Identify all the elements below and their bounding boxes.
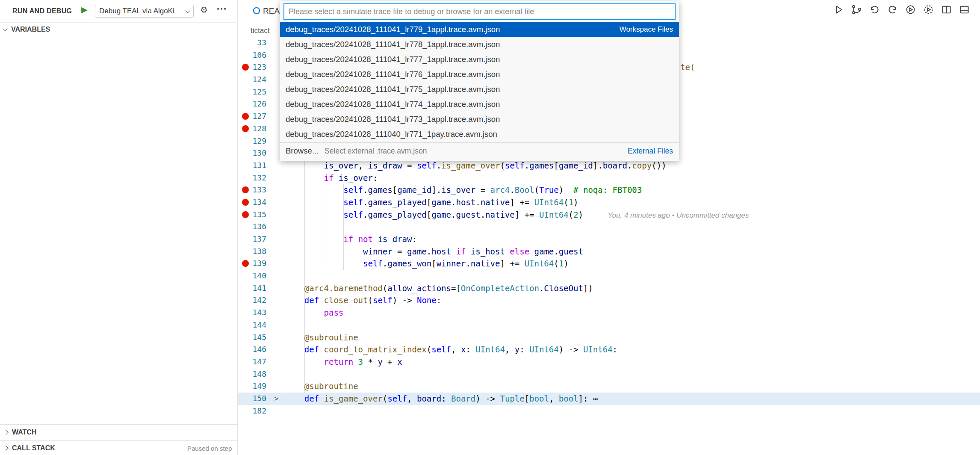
fold-chevron-icon[interactable]: >: [274, 393, 278, 405]
line-number[interactable]: 130: [244, 147, 266, 160]
code-row[interactable]: 140: [238, 270, 980, 282]
line-number[interactable]: 142: [244, 294, 266, 307]
undo-icon[interactable]: [869, 4, 880, 15]
code-row[interactable]: 138 winner = game.host if is_host else g…: [238, 245, 980, 258]
code-text: is_over, is_draw = self.is_game_over(sel…: [285, 160, 666, 172]
code-row[interactable]: 137 if not is_draw:: [238, 233, 980, 245]
code-row[interactable]: 149 @subroutine: [238, 380, 980, 393]
breadcrumb[interactable]: tictact: [251, 27, 269, 35]
quickpick-item-label: debug_traces/20241028_111041_lr773_1appl…: [286, 112, 673, 127]
variables-section-header[interactable]: VARIABLES: [3, 26, 50, 33]
line-number[interactable]: 136: [244, 221, 266, 233]
line-number[interactable]: 106: [244, 49, 266, 62]
debug-config-select[interactable]: Debug TEAL via AlgoKi: [95, 5, 194, 18]
code-row[interactable]: 145 @subroutine: [238, 331, 980, 344]
quickpick-item[interactable]: debug_traces/20241028_111041_lr774_1appl…: [280, 97, 679, 112]
redo-icon[interactable]: [887, 4, 898, 15]
run-icon[interactable]: [833, 4, 844, 15]
quickpick-item-label: debug_traces/20241028_111041_lr774_1appl…: [286, 97, 673, 112]
run-and-debug-sidebar: RUN AND DEBUG ▶ Debug TEAL via AlgoKi ⚙ …: [0, 0, 238, 455]
line-number[interactable]: 148: [244, 368, 266, 381]
code-text: @subroutine: [285, 331, 358, 344]
code-row[interactable]: 139 self.games_won[winner.native] += UIn…: [238, 257, 980, 270]
line-number[interactable]: 134: [244, 196, 266, 209]
quickpick-item-label: debug_traces/20241028_111041_lr776_1appl…: [286, 67, 673, 82]
line-number[interactable]: 149: [244, 380, 266, 393]
code-text: def close_out(self) -> None:: [285, 294, 441, 307]
code-text: def is_game_over(self, board: Board) -> …: [285, 393, 598, 405]
editor-tab[interactable]: REA: [263, 6, 280, 16]
code-text: te(: [680, 61, 695, 74]
quickpick-widget: debug_traces/20241028_111041_lr779_1appl…: [280, 1, 679, 161]
code-text: self.games_won[winner.native] += UInt64(…: [285, 257, 569, 270]
code-text: @subroutine: [285, 380, 358, 393]
code-row[interactable]: 148: [238, 368, 980, 381]
split-editor-icon[interactable]: [941, 4, 952, 15]
code-row[interactable]: 147 return 3 * y + x: [238, 356, 980, 368]
code-row[interactable]: 133 self.games[game_id].is_over = arc4.B…: [238, 184, 980, 196]
panel-title: RUN AND DEBUG: [12, 7, 72, 15]
quickpick-item[interactable]: debug_traces/20241028_111041_lr775_1appl…: [280, 82, 679, 97]
line-number[interactable]: 146: [244, 343, 266, 356]
code-row[interactable]: 146 def coord_to_matrix_index(self, x: U…: [238, 343, 980, 356]
section-divider: [0, 440, 238, 441]
code-row[interactable]: 135 self.games_played[game.guest.native]…: [238, 209, 980, 221]
code-row[interactable]: 150> def is_game_over(self, board: Board…: [238, 393, 980, 405]
quickpick-item[interactable]: debug_traces/20241028_111041_lr776_1appl…: [280, 67, 679, 82]
line-number[interactable]: 132: [244, 172, 266, 184]
external-files-badge: External Files: [628, 143, 673, 159]
code-row[interactable]: 132 if is_over:: [238, 172, 980, 184]
line-number[interactable]: 33: [244, 37, 266, 49]
code-row[interactable]: 144: [238, 319, 980, 331]
line-number[interactable]: 128: [244, 123, 266, 135]
line-number[interactable]: 147: [244, 356, 266, 368]
line-number[interactable]: 150: [244, 393, 266, 405]
run-circle-icon[interactable]: [905, 4, 916, 15]
line-number[interactable]: 140: [244, 270, 266, 282]
line-number[interactable]: 131: [244, 160, 266, 172]
debug-circle-icon[interactable]: [923, 4, 934, 15]
watch-section-header[interactable]: WATCH: [4, 428, 36, 436]
gear-icon[interactable]: ⚙: [200, 6, 208, 14]
line-number[interactable]: 124: [244, 74, 266, 86]
code-row[interactable]: 131 is_over, is_draw = self.is_game_over…: [238, 160, 980, 172]
line-number[interactable]: 125: [244, 86, 266, 98]
start-debugging-button[interactable]: ▶: [81, 6, 88, 14]
quickpick-item[interactable]: debug_traces/20241028_111041_lr778_1appl…: [280, 37, 679, 52]
line-number[interactable]: 143: [244, 307, 266, 319]
code-row[interactable]: 143 pass: [238, 307, 980, 319]
quickpick-item[interactable]: debug_traces/20241028_111041_lr773_1appl…: [280, 112, 679, 127]
line-number[interactable]: 138: [244, 245, 266, 258]
quickpick-item[interactable]: debug_traces/20241028_111041_lr777_1appl…: [280, 52, 679, 67]
chevron-down-icon: [3, 26, 7, 31]
quickpick-input[interactable]: [283, 3, 676, 20]
line-number[interactable]: 127: [244, 110, 266, 123]
line-number[interactable]: 133: [244, 184, 266, 196]
line-number[interactable]: 144: [244, 319, 266, 331]
line-number[interactable]: 137: [244, 233, 266, 245]
quickpick-item[interactable]: debug_traces/20241028_111040_lr771_1pay.…: [280, 127, 679, 142]
variables-section-label: VARIABLES: [11, 26, 50, 33]
quickpick-item[interactable]: debug_traces/20241028_111041_lr779_1appl…: [280, 22, 679, 37]
line-number[interactable]: 129: [244, 135, 266, 148]
layout-panel-icon[interactable]: [959, 4, 970, 15]
quickpick-browse-item[interactable]: Browse... Select external .trace.avm.jso…: [280, 143, 679, 159]
line-number[interactable]: 182: [244, 405, 266, 417]
more-actions-icon[interactable]: ⋯: [216, 3, 227, 14]
code-text: self.games_played[game.guest.native] += …: [285, 209, 749, 222]
git-graph-icon[interactable]: [851, 4, 862, 15]
quickpick-group-badge: Workspace Files: [620, 22, 673, 37]
line-number[interactable]: 141: [244, 282, 266, 295]
line-number[interactable]: 135: [244, 209, 266, 221]
line-number[interactable]: 145: [244, 331, 266, 344]
code-row[interactable]: 141 @arc4.baremethod(allow_actions=[OnCo…: [238, 282, 980, 295]
code-row[interactable]: 134 self.games_played[game.host.native] …: [238, 196, 980, 209]
line-number[interactable]: 123: [244, 61, 266, 74]
code-text: winner = game.host if is_host else game.…: [285, 245, 583, 258]
callstack-section-header[interactable]: CALL STACK: [4, 444, 55, 452]
code-row[interactable]: 182: [238, 405, 980, 417]
code-row[interactable]: 142 def close_out(self) -> None:: [238, 294, 980, 307]
line-number[interactable]: 126: [244, 98, 266, 110]
code-row[interactable]: 136: [238, 221, 980, 233]
line-number[interactable]: 139: [244, 257, 266, 270]
